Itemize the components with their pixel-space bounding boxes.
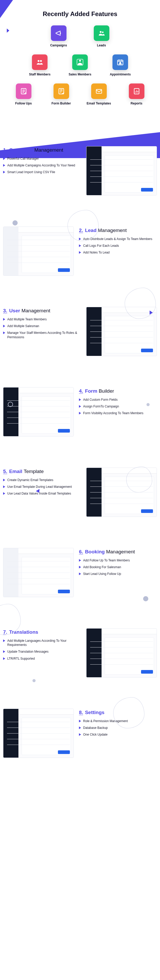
- section-title-rest: Management: [22, 308, 50, 313]
- section-copy: 7. TranslationsAdd Multiple Languages Ac…: [3, 628, 81, 663]
- screenshot-placeholder: [86, 307, 157, 356]
- bullet-text: Role & Permission Management: [83, 719, 128, 723]
- feature-reports: Reports: [122, 83, 151, 105]
- bullet-item: Database Backup: [79, 726, 157, 730]
- bullet-text: One Click Update: [83, 732, 107, 737]
- bullet-item: Add Booking For Salesman: [79, 565, 157, 569]
- triangle-decoration-icon: [150, 310, 153, 315]
- detail-section: 8. SettingsRole & Permission ManagementD…: [0, 693, 160, 773]
- features-row-3: Follow Ups Form Builder Email Templates …: [8, 83, 152, 105]
- screenshot-topbar: [18, 548, 74, 554]
- bullet-text: Add Multiple Salesman: [7, 324, 39, 328]
- feature-leads: Leads: [87, 25, 116, 47]
- bullet-item: Start Lead Using Follow Up: [79, 572, 157, 576]
- section-title-accent: Settings: [85, 710, 104, 715]
- screenshot-row-line: [90, 165, 153, 165]
- screenshot-panel: [105, 316, 154, 353]
- bullet-text: Add Multiple Campaigns According To Your…: [7, 163, 75, 167]
- bullet-item: LTR/RTL Supported: [3, 657, 81, 661]
- recently-added-features: Recently Added Features Campaigns Leads: [0, 0, 160, 130]
- section-title: 7. Translations: [3, 629, 81, 635]
- section-bullet-list: Add Multiple Team MembersAdd Multiple Sa…: [3, 317, 81, 339]
- bullet-item: Add Follow Up To Team Members: [79, 558, 157, 562]
- bullet-text: Update Translation Messages: [7, 649, 48, 654]
- bullet-item: Form Visibility According To Team Member…: [79, 411, 157, 415]
- section-title: 6. Booking Management: [79, 549, 157, 555]
- screenshot-topbar: [102, 468, 157, 474]
- svg-point-1: [102, 32, 103, 33]
- screenshot-row-line: [7, 245, 70, 246]
- section-number: 7.: [3, 629, 7, 635]
- bullet-text: Call Logs For Each Leads: [83, 243, 119, 248]
- feature-label: Sales Members: [69, 73, 91, 76]
- screenshot-row-line: [90, 182, 153, 183]
- section-title-accent: Lead: [85, 228, 96, 233]
- bullet-text: Add Custom Form Fields: [83, 398, 118, 402]
- feature-email-templates: Email Templates: [85, 83, 113, 105]
- feature-label: Email Templates: [87, 102, 111, 105]
- section-title: 3. User Management: [3, 308, 81, 313]
- section-title-rest: Management: [98, 228, 127, 233]
- section-number: 6.: [79, 549, 83, 554]
- bullet-text: Add Follow Up To Team Members: [83, 558, 130, 562]
- people-icon: [94, 25, 109, 41]
- feature-follow-ups: Follow Ups: [10, 83, 38, 105]
- screenshot-row-line: [90, 177, 153, 177]
- section-number: 3.: [3, 308, 7, 313]
- screenshot-row-line: [90, 320, 153, 320]
- bullet-item: One Click Update: [79, 732, 157, 737]
- screenshot-placeholder: [3, 548, 74, 597]
- screenshot-panel: [22, 718, 71, 755]
- screenshot-topbar: [102, 307, 157, 313]
- bullet-item: Add Multiple Languages According To Your…: [3, 639, 81, 647]
- screenshot-topbar: [18, 388, 74, 393]
- screenshot-primary-button: [58, 750, 70, 754]
- bullet-item: Call Logs For Each Leads: [79, 243, 157, 248]
- screenshot-row-line: [90, 171, 153, 171]
- screenshot-topbar: [18, 227, 74, 232]
- feature-detail-sections: 1. Campaign ManagementPowerful Call Mana…: [0, 130, 160, 773]
- section-copy: 4. Form BuilderAdd Custom Form FieldsAss…: [79, 387, 157, 418]
- screenshot-primary-button: [141, 188, 153, 191]
- svg-rect-10: [96, 89, 102, 93]
- section-bullet-list: Role & Permission ManagementDatabase Bac…: [79, 719, 157, 737]
- section-title: 2. Lead Management: [79, 228, 157, 233]
- feature-sales-members: Sales Members: [66, 54, 94, 76]
- screenshot-row-line: [90, 659, 153, 659]
- features-row-2: Staff Members Sales Members Appointments: [8, 54, 152, 76]
- feature-label: Appointments: [110, 73, 131, 76]
- bullet-item: Auto Distribute Leads & Assign To Team M…: [79, 237, 157, 241]
- section-title-accent: Translations: [9, 629, 38, 635]
- screenshot-row-line: [90, 641, 153, 642]
- screenshot-primary-button: [141, 509, 153, 513]
- screenshot-row-line: [7, 257, 70, 257]
- feature-label: Form Builder: [51, 102, 71, 105]
- bullet-text: Add Notes To Lead: [83, 250, 110, 255]
- screenshot-row-line: [90, 337, 153, 337]
- screenshot-row-line: [7, 240, 70, 240]
- detail-section: 3. User ManagementAdd Multiple Team Memb…: [0, 291, 160, 372]
- screenshot-panel: [105, 155, 154, 192]
- detail-section: 7. TranslationsAdd Multiple Languages Ac…: [0, 613, 160, 693]
- screenshot-primary-button: [58, 268, 70, 272]
- features-row-1: Campaigns Leads: [8, 25, 152, 47]
- detail-section: 1. Campaign ManagementPowerful Call Mana…: [0, 130, 160, 211]
- section-title: 4. Form Builder: [79, 388, 157, 394]
- section-title-rest: Management: [106, 549, 135, 554]
- screenshot-row-line: [7, 722, 70, 722]
- section-copy: 8. SettingsRole & Permission ManagementD…: [79, 709, 157, 740]
- section-title: 8. Settings: [79, 710, 157, 715]
- svg-point-2: [38, 60, 40, 62]
- screenshot-row-line: [7, 578, 70, 579]
- feature-form-builder: Form Builder: [47, 83, 75, 105]
- bullet-text: Smart Lead Import Using CSV File: [7, 170, 55, 174]
- bullet-item: Role & Permission Management: [79, 719, 157, 723]
- screenshot-placeholder: [86, 146, 157, 196]
- screenshot-primary-button: [58, 429, 70, 433]
- screenshot-panel: [22, 235, 71, 273]
- screenshot-row-line: [90, 326, 153, 326]
- bullet-item: Add Notes To Lead: [79, 250, 157, 255]
- section-number: 4.: [79, 388, 83, 394]
- screenshot-row-line: [7, 733, 70, 733]
- bullet-text: Database Backup: [83, 726, 108, 730]
